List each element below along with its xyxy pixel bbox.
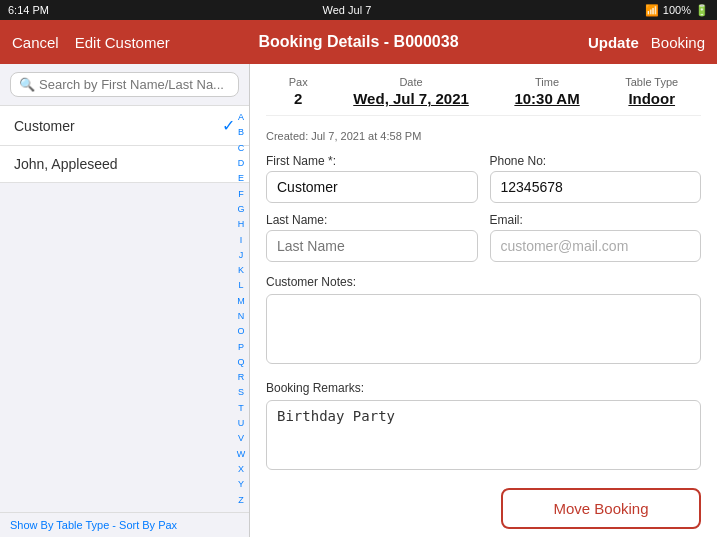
customer-name: Customer [14, 118, 75, 134]
alpha-d[interactable]: D [238, 159, 245, 168]
alpha-s[interactable]: S [238, 388, 244, 397]
booking-button[interactable]: Booking [651, 34, 705, 51]
modal-title: Booking Details - B000038 [258, 33, 458, 51]
search-bar-container: 🔍 [0, 64, 249, 106]
customer-list: Customer ✓ John, Appleseed A B C D E F [0, 106, 249, 512]
battery-level: 100% [663, 4, 691, 16]
search-input-wrap: 🔍 [10, 72, 239, 97]
alpha-o[interactable]: O [237, 327, 244, 336]
alpha-v[interactable]: V [238, 434, 244, 443]
email-field: Email: [490, 213, 702, 262]
cancel-button[interactable]: Cancel [12, 34, 59, 51]
last-name-field: Last Name: [266, 213, 478, 262]
move-booking-row: Move Booking [266, 484, 701, 529]
alpha-n[interactable]: N [238, 312, 245, 321]
modal-body: 🔍 Customer ✓ John, Appleseed A [0, 64, 717, 537]
phone-label: Phone No: [490, 154, 702, 168]
first-name-label: First Name *: [266, 154, 478, 168]
edit-customer-button[interactable]: Edit Customer [75, 34, 170, 51]
customer-name: John, Appleseed [14, 156, 118, 172]
table-type-col: Table Type Indoor [625, 76, 678, 107]
alpha-r[interactable]: R [238, 373, 245, 382]
customer-notes-textarea[interactable] [266, 294, 701, 364]
pax-label: Pax [289, 76, 308, 88]
pax-col: Pax 2 [289, 76, 308, 107]
wifi-icon: 📶 [645, 4, 659, 17]
alpha-b[interactable]: B [238, 128, 244, 137]
last-name-email-row: Last Name: Email: [266, 213, 701, 262]
last-name-input[interactable] [266, 230, 478, 262]
alpha-c[interactable]: C [238, 144, 245, 153]
date-col: Date Wed, Jul 7, 2021 [353, 76, 469, 107]
alpha-u[interactable]: U [238, 419, 245, 428]
table-type-label: Table Type [625, 76, 678, 88]
time-value: 10:30 AM [514, 90, 579, 107]
date-value: Wed, Jul 7, 2021 [353, 90, 469, 107]
phone-input[interactable] [490, 171, 702, 203]
customer-notes-section: Customer Notes: [266, 272, 701, 368]
list-item[interactable]: John, Appleseed [0, 146, 249, 183]
alpha-f[interactable]: F [238, 190, 244, 199]
pax-value: 2 [294, 90, 302, 107]
alpha-w[interactable]: W [237, 450, 246, 459]
status-time: 6:14 PM [8, 4, 49, 16]
search-input[interactable] [39, 77, 230, 92]
alpha-x[interactable]: X [238, 465, 244, 474]
list-item[interactable]: Customer ✓ [0, 106, 249, 146]
left-panel: 🔍 Customer ✓ John, Appleseed A [0, 64, 250, 537]
first-name-input[interactable] [266, 171, 478, 203]
alpha-t[interactable]: T [238, 404, 244, 413]
search-icon: 🔍 [19, 77, 35, 92]
date-label: Date [399, 76, 422, 88]
alpha-g[interactable]: G [237, 205, 244, 214]
alpha-a[interactable]: A [238, 113, 244, 122]
alpha-p[interactable]: P [238, 343, 244, 352]
move-booking-button[interactable]: Move Booking [501, 488, 701, 529]
first-name-field: First Name *: [266, 154, 478, 203]
alpha-l[interactable]: L [238, 281, 243, 290]
email-label: Email: [490, 213, 702, 227]
booking-remarks-label: Booking Remarks: [266, 381, 364, 395]
phone-field: Phone No: [490, 154, 702, 203]
alpha-q[interactable]: Q [237, 358, 244, 367]
last-name-label: Last Name: [266, 213, 478, 227]
booking-remarks-section: Booking Remarks: Birthday Party [266, 378, 701, 474]
alpha-k[interactable]: K [238, 266, 244, 275]
status-bar: 6:14 PM Wed Jul 7 📶 100% 🔋 [0, 0, 717, 20]
first-name-phone-row: First Name *: Phone No: [266, 154, 701, 203]
alpha-y[interactable]: Y [238, 480, 244, 489]
modal-header-left: Cancel Edit Customer [12, 34, 170, 51]
show-by-label[interactable]: Show By Table Type - Sort By Pax [0, 512, 249, 537]
alpha-z[interactable]: Z [238, 496, 244, 505]
time-col: Time 10:30 AM [514, 76, 579, 107]
update-button[interactable]: Update [588, 34, 639, 51]
alpha-h[interactable]: H [238, 220, 245, 229]
time-label: Time [535, 76, 559, 88]
battery-icon: 🔋 [695, 4, 709, 17]
alphabet-index: A B C D E F G H I J K L M N O [233, 106, 249, 512]
table-type-value: Indoor [628, 90, 675, 107]
booking-remarks-textarea[interactable]: Birthday Party [266, 400, 701, 470]
right-panel: Pax 2 Date Wed, Jul 7, 2021 Time 10:30 A… [250, 64, 717, 537]
alpha-j[interactable]: J [239, 251, 244, 260]
modal-header: Cancel Edit Customer Booking Details - B… [0, 20, 717, 64]
alpha-m[interactable]: M [237, 297, 245, 306]
alpha-i[interactable]: I [240, 236, 243, 245]
modal-overlay: Cancel Edit Customer Booking Details - B… [0, 20, 717, 537]
email-input[interactable] [490, 230, 702, 262]
created-text: Created: Jul 7, 2021 at 4:58 PM [266, 130, 701, 142]
booking-header-row: Pax 2 Date Wed, Jul 7, 2021 Time 10:30 A… [266, 76, 701, 116]
alpha-e[interactable]: E [238, 174, 244, 183]
status-day: Wed Jul 7 [323, 4, 372, 16]
customer-notes-label: Customer Notes: [266, 275, 356, 289]
booking-modal: Cancel Edit Customer Booking Details - B… [0, 20, 717, 537]
